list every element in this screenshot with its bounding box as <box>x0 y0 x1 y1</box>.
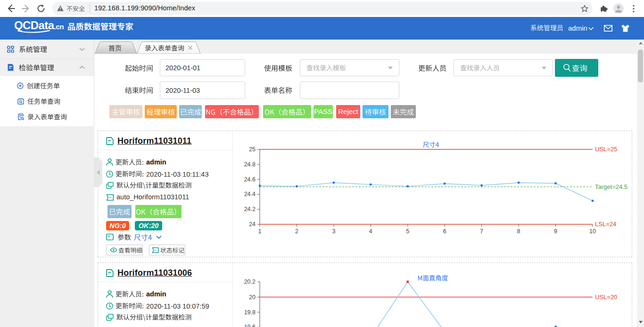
svg-text:USL=20: USL=20 <box>595 294 617 301</box>
svg-text:19.8: 19.8 <box>244 309 256 316</box>
svg-text:24.6: 24.6 <box>244 176 256 183</box>
svg-text:3: 3 <box>332 228 335 235</box>
svg-text:1: 1 <box>258 228 262 235</box>
svg-text:24.8: 24.8 <box>244 161 256 168</box>
svg-text:USL=25: USL=25 <box>595 146 617 153</box>
svg-text:20.2: 20.2 <box>244 278 256 285</box>
svg-text:9: 9 <box>554 228 557 235</box>
svg-text:Target=24.5: Target=24.5 <box>595 183 627 190</box>
svg-text:19.6: 19.6 <box>244 324 256 327</box>
svg-text:10: 10 <box>589 228 596 235</box>
svg-text:24.2: 24.2 <box>244 206 256 213</box>
svg-text:8: 8 <box>517 228 520 235</box>
svg-text:7: 7 <box>480 228 483 235</box>
svg-text:5: 5 <box>406 228 409 235</box>
svg-text:24: 24 <box>249 221 256 228</box>
svg-text:25: 25 <box>249 146 256 153</box>
svg-text:2: 2 <box>295 228 298 235</box>
svg-text:6: 6 <box>443 228 446 235</box>
svg-text:20: 20 <box>249 294 256 301</box>
svg-text:LSL=24: LSL=24 <box>595 221 616 228</box>
svg-text:4: 4 <box>369 228 372 235</box>
svg-text:24.4: 24.4 <box>244 191 256 197</box>
